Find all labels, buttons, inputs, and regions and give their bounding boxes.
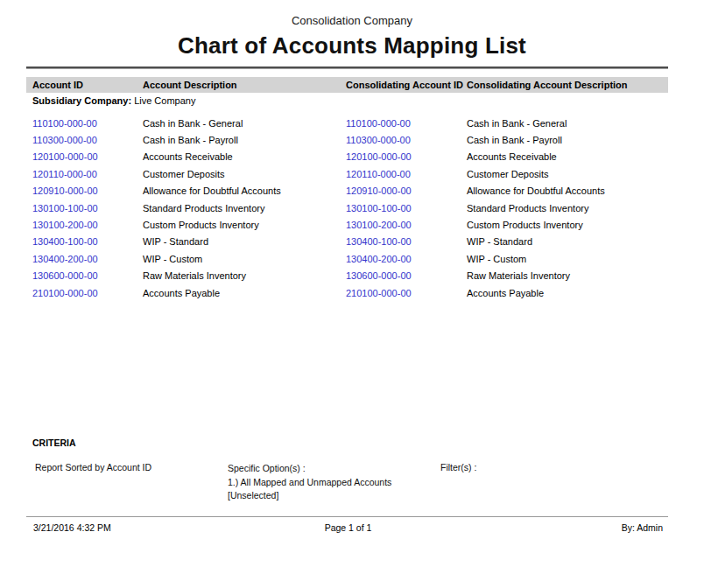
consolidating-account-id-link[interactable]: 120910-000-00	[346, 186, 467, 196]
report-footer: 3/21/2016 4:32 PM Page 1 of 1 By: Admin	[26, 522, 668, 533]
criteria-specific-options: Specific Option(s) : 1.) All Mapped and …	[228, 462, 391, 503]
consolidating-account-description: WIP - Standard	[467, 236, 668, 247]
subsidiary-company-row: Subsidiary Company: Live Company	[32, 95, 195, 106]
table-row: 130100-200-00 Custom Products Inventory …	[26, 216, 668, 233]
account-description: Allowance for Doubtful Accounts	[143, 186, 346, 196]
account-description: Customer Deposits	[143, 169, 346, 179]
consolidating-account-description: Cash in Bank - General	[467, 118, 668, 129]
consolidating-account-id-link[interactable]: 130100-100-00	[346, 203, 467, 214]
account-id-link[interactable]: 130400-200-00	[32, 254, 143, 264]
footer-page-number: Page 1 of 1	[243, 522, 454, 533]
criteria-heading: CRITERIA	[32, 438, 76, 448]
table-row: 130600-000-00 Raw Materials Inventory 13…	[26, 268, 668, 284]
account-description: Standard Products Inventory	[143, 203, 346, 214]
title-divider	[26, 66, 668, 69]
consolidating-account-description: Custom Products Inventory	[467, 220, 668, 230]
account-description: WIP - Standard	[143, 236, 346, 247]
table-row: 130400-100-00 WIP - Standard 130400-100-…	[26, 234, 668, 250]
consolidating-account-description: Customer Deposits	[467, 169, 668, 179]
consolidating-account-id-link[interactable]: 130100-200-00	[346, 220, 467, 230]
consolidating-account-description: Accounts Payable	[467, 288, 668, 298]
account-description: Raw Materials Inventory	[143, 270, 346, 281]
table-row: 120110-000-00 Customer Deposits 120110-0…	[26, 165, 668, 182]
account-id-link[interactable]: 130600-000-00	[32, 270, 143, 281]
account-id-link[interactable]: 130400-100-00	[32, 236, 143, 247]
account-id-link[interactable]: 120100-000-00	[32, 151, 143, 162]
table-row: 130400-200-00 WIP - Custom 130400-200-00…	[26, 250, 668, 267]
specific-option-1: 1.) All Mapped and Unmapped Accounts	[228, 476, 391, 490]
consolidating-account-description: WIP - Custom	[467, 254, 668, 264]
consolidating-account-description: Standard Products Inventory	[467, 203, 668, 214]
account-id-link[interactable]: 210100-000-00	[32, 288, 143, 298]
account-description: Cash in Bank - General	[143, 118, 346, 129]
table-row: 210100-000-00 Accounts Payable 210100-00…	[26, 284, 668, 301]
consolidating-account-id-link[interactable]: 110300-000-00	[346, 135, 467, 145]
column-header-consolidating-account-description: Consolidating Account Description	[467, 80, 668, 90]
consolidating-account-description: Cash in Bank - Payroll	[467, 135, 668, 145]
account-id-link[interactable]: 130100-100-00	[32, 203, 143, 214]
account-id-link[interactable]: 130100-200-00	[32, 220, 143, 230]
consolidating-account-id-link[interactable]: 120100-000-00	[346, 151, 467, 162]
column-header-consolidating-account-id: Consolidating Account ID	[346, 80, 467, 90]
table-row: 110300-000-00 Cash in Bank - Payroll 110…	[26, 131, 668, 148]
account-description: Cash in Bank - Payroll	[143, 135, 346, 145]
consolidating-account-description: Allowance for Doubtful Accounts	[467, 186, 668, 196]
account-id-link[interactable]: 120910-000-00	[32, 186, 143, 196]
account-description: Custom Products Inventory	[143, 220, 346, 230]
consolidating-account-id-link[interactable]: 130400-100-00	[346, 236, 467, 247]
column-header-account-id: Account ID	[32, 80, 143, 90]
table-body: 110100-000-00 Cash in Bank - General 110…	[26, 115, 668, 301]
footer-divider	[26, 516, 668, 517]
consolidating-account-description: Accounts Receivable	[467, 151, 668, 162]
criteria-filters-label: Filter(s) :	[440, 462, 476, 472]
footer-user: By: Admin	[453, 522, 668, 533]
account-id-link[interactable]: 110100-000-00	[32, 118, 143, 129]
specific-option-2: [Unselected]	[228, 489, 391, 503]
consolidating-account-description: Raw Materials Inventory	[467, 270, 668, 281]
account-description: WIP - Custom	[143, 254, 346, 264]
consolidating-account-id-link[interactable]: 210100-000-00	[346, 288, 467, 298]
report-title: Chart of Accounts Mapping List	[0, 32, 704, 60]
specific-options-label: Specific Option(s) :	[228, 462, 391, 476]
account-description: Accounts Receivable	[143, 151, 346, 162]
table-row: 130100-100-00 Standard Products Inventor…	[26, 200, 668, 216]
account-description: Accounts Payable	[143, 288, 346, 298]
consolidating-account-id-link[interactable]: 130400-200-00	[346, 254, 467, 264]
account-id-link[interactable]: 120110-000-00	[32, 169, 143, 179]
table-row: 120910-000-00 Allowance for Doubtful Acc…	[26, 183, 668, 200]
consolidating-account-id-link[interactable]: 110100-000-00	[346, 118, 467, 129]
consolidating-account-id-link[interactable]: 130600-000-00	[346, 270, 467, 281]
column-header-account-description: Account Description	[143, 80, 346, 90]
table-header-row: Account ID Account Description Consolida…	[26, 77, 668, 93]
account-id-link[interactable]: 110300-000-00	[32, 135, 143, 145]
criteria-sort-text: Report Sorted by Account ID	[35, 462, 151, 472]
table-row: 110100-000-00 Cash in Bank - General 110…	[26, 115, 668, 131]
consolidating-account-id-link[interactable]: 120110-000-00	[346, 169, 467, 179]
subsidiary-company-label: Subsidiary Company:	[32, 95, 131, 106]
report-page: Consolidation Company Chart of Accounts …	[0, 0, 704, 588]
table-row: 120100-000-00 Accounts Receivable 120100…	[26, 149, 668, 165]
footer-datetime: 3/21/2016 4:32 PM	[26, 522, 243, 533]
company-name: Consolidation Company	[0, 14, 704, 27]
subsidiary-company-value: Live Company	[131, 95, 195, 106]
